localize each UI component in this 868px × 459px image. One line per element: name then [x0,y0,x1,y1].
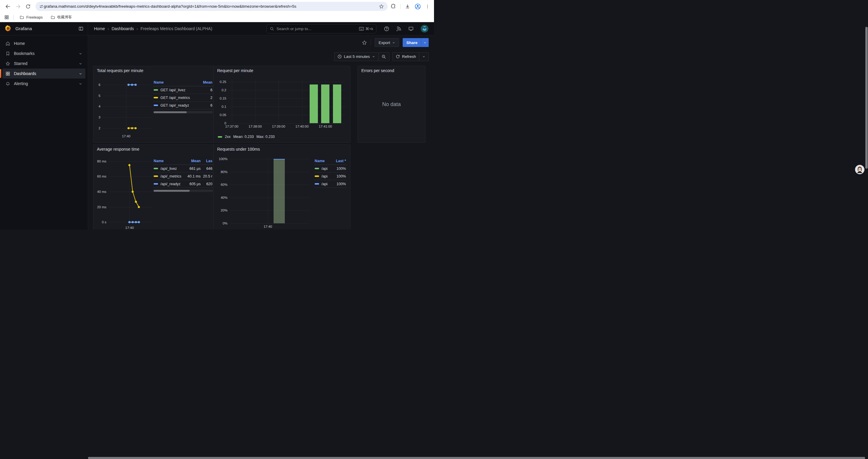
profile-avatar-icon[interactable] [414,3,421,10]
col-name[interactable]: Name [154,80,194,85]
chevron-down-icon[interactable] [79,62,83,66]
table-row[interactable]: /api/_readyz 100% [314,180,346,188]
panel-request-per-minute[interactable]: Request per minute 0.250.20.150.10.05017… [213,66,350,143]
bookmark-star-icon[interactable] [379,4,384,9]
news-rss-icon[interactable] [396,26,402,32]
time-controls-row: Last 5 minutes Refresh [88,50,434,64]
breadcrumb: Home › Dashboards › Freeleaps Metrics Da… [92,26,212,31]
sidebar-menu: Home Bookmarks Starred Dashboards Alerti… [0,35,88,92]
sidebar-item-dashboards[interactable]: Dashboards [2,68,85,78]
table-scrollbar-thumb[interactable] [154,190,190,192]
collapse-sidebar-icon[interactable] [78,26,84,31]
col-last[interactable]: Las [200,159,212,163]
col-mean[interactable]: Mean [182,159,200,163]
refresh-icon [396,54,400,59]
legend-series-name[interactable]: 2xx [225,135,230,139]
chevron-down-icon[interactable] [79,52,83,56]
refresh-interval-button[interactable] [419,53,428,61]
site-settings-icon[interactable] [39,4,44,9]
panel-avg-response-time[interactable]: Average response time 80 ms60 ms40 ms20 … [93,144,216,230]
series-color-pill [154,183,158,185]
keyboard-icon [359,27,364,31]
series-color-pill [315,183,319,185]
chevron-down-icon [392,41,395,44]
refresh-button[interactable]: Refresh [393,53,419,61]
bookmark-folder-freeleaps[interactable]: Freeleaps [18,14,44,21]
table-row[interactable]: /api/_livez 100% [314,165,346,172]
series-mean: 40.1 ms [182,174,200,178]
table-row[interactable]: /api/_metrics 40.1 ms 20.5 r [153,172,213,180]
apps-grid-icon[interactable] [4,15,9,20]
table-row[interactable]: GET /api/_metrics 2 [153,94,213,102]
series-name[interactable]: /api/_metrics [160,174,182,178]
table-row[interactable]: GET /api/_readyz 6 [153,102,213,109]
breadcrumb-dashboards[interactable]: Dashboards [112,26,134,31]
col-last[interactable]: Last * [328,159,346,163]
series-color-pill [315,168,319,169]
series-name[interactable]: /api/_metrics [321,174,328,178]
table-row[interactable]: /api/_livez 661 µs 646 [153,165,213,172]
share-menu-button[interactable] [421,38,429,47]
downloads-icon[interactable] [405,4,410,9]
sidebar-item-alerting[interactable]: Alerting [2,78,85,89]
col-name[interactable]: Name [315,159,328,163]
time-range-picker[interactable]: Last 5 minutes [335,53,378,61]
extensions-icon[interactable] [391,4,396,9]
series-color-pill [218,136,222,138]
chevron-down-icon[interactable] [79,72,83,76]
series-last: 20.5 r [200,174,212,178]
series-name[interactable]: /api/_livez [321,167,328,171]
search-input[interactable] [277,27,356,31]
sidebar-item-bookmarks[interactable]: Bookmarks [2,48,85,59]
export-button[interactable]: Export [375,38,399,47]
panel-total-requests[interactable]: Total requests per minute 6543217:40 Nam… [93,66,216,143]
sidebar-item-label: Bookmarks [14,51,75,56]
breadcrumb-separator: › [107,27,109,31]
sidebar-item-label: Dashboards [14,71,75,76]
series-mean: 6 [194,103,212,107]
total-requests-chart: 6543217:40 [103,81,152,133]
panel-title: Request per minute [217,68,253,73]
monitor-icon[interactable] [408,26,414,32]
help-icon[interactable] [384,26,390,32]
search-box[interactable]: ⌘+k [267,24,376,33]
grafana-logo [4,25,12,32]
chart-legend[interactable]: 2xx Mean: 0.233 Max: 0.233 [218,135,275,139]
browser-back-button[interactable] [3,1,13,11]
series-mean: 661 µs [182,167,200,171]
browser-actions [391,3,431,10]
sidebar-item-label: Starred [14,61,75,66]
chevron-down-icon[interactable] [79,82,83,86]
time-range-label: Last 5 minutes [344,54,370,59]
series-name[interactable]: GET /api/_metrics [160,96,194,100]
browser-menu-icon[interactable] [425,4,430,9]
series-name[interactable]: GET /api/_readyz [160,103,194,107]
breadcrumb-home[interactable]: Home [94,26,105,31]
user-avatar[interactable] [421,25,429,33]
panel-errors-per-second[interactable]: Errors per second No data [358,66,426,143]
table-row[interactable]: /api/_readyz 605 µs 620 [153,180,213,188]
browser-forward-button[interactable] [13,1,23,11]
table-row[interactable]: GET /api/_livez 6 [153,86,213,94]
zoom-out-button[interactable] [378,53,389,61]
browser-reload-button[interactable] [23,1,33,11]
sidebar-item-starred[interactable]: Starred [2,59,85,68]
share-button[interactable]: Share [403,38,421,47]
sidebar-item-home[interactable]: Home [2,38,85,48]
table-scrollbar[interactable] [153,111,213,113]
series-name[interactable]: /api/_livez [160,167,182,171]
table-row[interactable]: /api/_metrics 100% [314,172,346,180]
series-name[interactable]: GET /api/_livez [160,88,194,92]
series-name[interactable]: /api/_readyz [321,182,328,186]
series-name[interactable]: /api/_readyz [160,182,182,186]
bookmark-folder-blogs[interactable]: 收藏博客 [49,14,74,21]
address-bar[interactable]: grafana.mathmast.com/d/deytv4rwavabkb/fr… [35,2,388,11]
refresh-label: Refresh [402,54,416,59]
table-scrollbar-thumb[interactable] [154,111,187,113]
favorite-star-icon[interactable] [362,40,367,45]
col-mean[interactable]: Mean [194,80,212,85]
topbar-icons [384,25,429,33]
panel-requests-under-100ms[interactable]: Requests under 100ms 100%80%60%40%20%0%1… [213,144,350,230]
table-scrollbar[interactable] [153,190,213,192]
col-name[interactable]: Name [154,159,182,163]
